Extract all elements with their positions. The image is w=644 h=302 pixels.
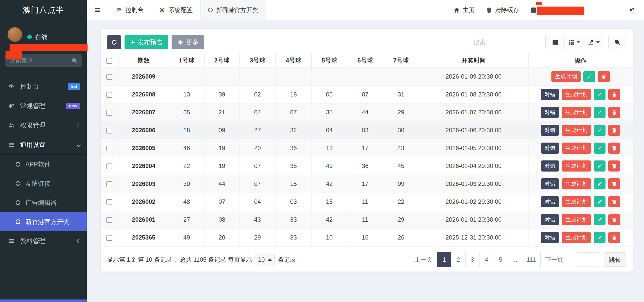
nav-item-system-config[interactable]: 系统配置 [151,0,200,20]
row-checkbox[interactable] [106,146,112,151]
row-select-cell [101,68,118,86]
row-checkbox[interactable] [106,110,112,116]
check-result-button[interactable]: 对错 [541,232,559,243]
row-select-cell [101,139,118,157]
edit-button[interactable] [594,214,606,225]
delete-button[interactable] [608,107,620,118]
edit-button[interactable] [594,125,606,136]
sidebar-subitem-friend-links[interactable]: 友情链接 [0,174,87,193]
generate-plan-button[interactable]: 生成计划 [562,196,591,207]
delete-button[interactable] [608,232,620,243]
hamburger-icon[interactable]: ≡ [87,0,108,20]
generate-plan-button[interactable]: 生成计划 [562,143,591,154]
edit-button[interactable] [594,89,606,100]
generate-plan-button[interactable]: 生成计划 [562,214,591,225]
pencil-icon [597,127,602,133]
check-result-button[interactable]: 对错 [541,160,559,172]
edit-button[interactable] [594,160,606,172]
ball-6-cell [347,68,383,86]
delete-button[interactable] [608,143,620,154]
check-result-button[interactable]: 对错 [541,89,559,100]
edit-button[interactable] [594,143,606,154]
settings-gears-icon[interactable] [623,0,640,20]
page-button-3[interactable]: 3 [465,252,480,267]
detail-view-button[interactable] [546,35,565,49]
tab-hk-official-draw[interactable]: 新香港官方开奖 [200,0,266,20]
sidebar-subitem-ad-editor[interactable]: 广告编辑器 [0,193,87,212]
generate-plan-button[interactable]: 生成计划 [562,107,591,118]
sidebar-item-data-management[interactable]: 资料管理 [0,231,87,251]
column-header-ball1: 1号球 [169,53,204,68]
generate-plan-button[interactable]: 生成计划 [562,89,591,100]
delete-button[interactable] [608,214,620,225]
ball-5-cell: 04 [311,121,347,139]
check-result-button[interactable]: 对错 [541,143,559,154]
sidebar-subitem-hk-official-draw[interactable]: 新香港官方开奖 [0,212,87,231]
row-checkbox[interactable] [106,92,112,98]
generate-plan-button[interactable]: 生成计划 [551,71,581,82]
period-cell: 2026007 [118,104,169,121]
page-button-4[interactable]: 4 [479,252,494,267]
delete-button[interactable] [608,160,620,172]
sidebar-subitem-app-software[interactable]: APP软件 [0,155,87,174]
more-button[interactable]: 更多 [172,35,204,49]
draw-time-cell: 2026-01-08 20:30:00 [419,86,528,104]
circle-icon [16,219,20,224]
caret-down-icon [577,41,580,43]
delete-button[interactable] [608,125,620,136]
sidebar-item-general-management[interactable]: 常规管理 new [0,96,87,116]
columns-button[interactable] [565,35,584,49]
ball-5-cell: 42 [311,175,347,193]
nav-item-console[interactable]: 控制台 [108,0,151,20]
jump-button[interactable]: 跳转 [604,252,626,267]
table-search-input[interactable] [469,35,540,49]
page-button-1[interactable]: 1 [437,252,452,267]
generate-plan-button[interactable]: 生成计划 [562,232,591,243]
clear-cache-button[interactable]: 清除缓存 [480,0,525,20]
generate-plan-button[interactable]: 生成计划 [562,160,591,172]
delete-button[interactable] [608,196,620,207]
export-button[interactable] [584,35,603,49]
row-checkbox[interactable] [106,74,112,80]
row-checkbox[interactable] [106,217,112,223]
page-size-select[interactable]: 10 [255,253,275,266]
delete-button[interactable] [598,71,610,82]
check-result-button[interactable]: 对错 [541,196,559,207]
page-button-5[interactable]: 5 [494,252,508,267]
row-checkbox[interactable] [106,128,112,133]
sidebar-item-console[interactable]: 控制台 hot [0,77,87,96]
edit-button[interactable] [594,232,606,243]
actions-cell: 对错生成计划 [528,175,633,193]
home-button[interactable]: 主页 [448,0,480,20]
search-button[interactable] [608,35,626,49]
refresh-button[interactable] [107,35,121,49]
row-checkbox[interactable] [106,163,112,169]
sidebar-item-general-settings[interactable]: 通用设置 [0,135,87,154]
edit-button[interactable] [594,196,606,207]
delete-button[interactable] [608,89,620,100]
check-result-button[interactable]: 对错 [541,125,559,136]
ball-1-cell: 46 [169,139,204,157]
row-checkbox[interactable] [106,235,112,241]
page-button-111[interactable]: 111 [522,252,541,267]
row-checkbox[interactable] [106,181,112,187]
ball-2-cell [204,68,239,86]
check-result-button[interactable]: 对错 [541,107,559,118]
page-button-2[interactable]: 2 [451,252,466,267]
jump-page-input[interactable] [575,252,599,267]
prev-page-button[interactable]: 上一页 [410,252,437,267]
select-all-checkbox[interactable] [106,58,112,64]
edit-button[interactable] [583,71,595,82]
sidebar-item-permissions[interactable]: 权限管理 [0,116,87,135]
delete-button[interactable] [608,178,620,189]
generate-plan-button[interactable]: 生成计划 [562,125,591,136]
sidebar-bottom-strip [0,299,87,302]
check-result-button[interactable]: 对错 [541,214,559,225]
check-result-button[interactable]: 对错 [541,178,559,189]
row-checkbox[interactable] [106,199,112,205]
generate-plan-button[interactable]: 生成计划 [562,178,591,189]
edit-button[interactable] [594,107,606,118]
publish-forecast-button[interactable]: 发布预告 [125,35,168,49]
edit-button[interactable] [594,178,606,189]
next-page-button[interactable]: 下一页 [540,252,568,267]
